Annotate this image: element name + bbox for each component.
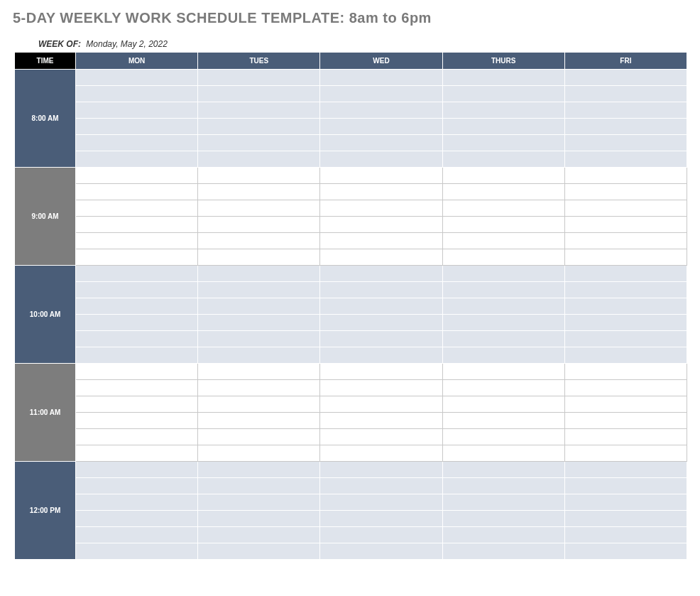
schedule-cell[interactable] [198, 233, 320, 249]
schedule-cell[interactable] [442, 462, 564, 478]
schedule-cell[interactable] [564, 168, 687, 184]
schedule-cell[interactable] [564, 331, 687, 347]
schedule-cell[interactable] [320, 445, 442, 462]
schedule-cell[interactable] [564, 102, 687, 119]
schedule-cell[interactable] [76, 151, 198, 168]
schedule-cell[interactable] [76, 233, 198, 249]
schedule-cell[interactable] [442, 217, 564, 233]
schedule-cell[interactable] [442, 511, 564, 527]
schedule-cell[interactable] [198, 396, 320, 413]
schedule-cell[interactable] [442, 445, 564, 462]
schedule-cell[interactable] [442, 527, 564, 543]
schedule-cell[interactable] [76, 102, 198, 119]
schedule-cell[interactable] [320, 543, 442, 560]
schedule-cell[interactable] [320, 331, 442, 347]
schedule-cell[interactable] [564, 119, 687, 135]
schedule-cell[interactable] [564, 413, 687, 429]
schedule-cell[interactable] [320, 266, 442, 282]
schedule-cell[interactable] [564, 478, 687, 494]
schedule-cell[interactable] [564, 135, 687, 151]
schedule-cell[interactable] [564, 217, 687, 233]
schedule-cell[interactable] [198, 168, 320, 184]
schedule-cell[interactable] [76, 543, 198, 560]
schedule-cell[interactable] [442, 168, 564, 184]
schedule-cell[interactable] [320, 168, 442, 184]
schedule-cell[interactable] [198, 364, 320, 380]
schedule-cell[interactable] [320, 70, 442, 86]
schedule-cell[interactable] [198, 200, 320, 217]
schedule-cell[interactable] [198, 347, 320, 364]
schedule-cell[interactable] [564, 184, 687, 200]
schedule-cell[interactable] [76, 429, 198, 445]
schedule-cell[interactable] [76, 347, 198, 364]
schedule-cell[interactable] [320, 494, 442, 511]
schedule-cell[interactable] [198, 478, 320, 494]
schedule-cell[interactable] [442, 249, 564, 266]
schedule-cell[interactable] [320, 217, 442, 233]
schedule-cell[interactable] [198, 298, 320, 315]
schedule-cell[interactable] [320, 380, 442, 396]
schedule-cell[interactable] [442, 364, 564, 380]
schedule-cell[interactable] [442, 413, 564, 429]
schedule-cell[interactable] [320, 315, 442, 331]
schedule-cell[interactable] [442, 135, 564, 151]
schedule-cell[interactable] [442, 184, 564, 200]
schedule-cell[interactable] [76, 298, 198, 315]
schedule-cell[interactable] [442, 200, 564, 217]
schedule-cell[interactable] [442, 478, 564, 494]
schedule-cell[interactable] [198, 86, 320, 102]
schedule-cell[interactable] [320, 282, 442, 298]
schedule-cell[interactable] [564, 249, 687, 266]
schedule-cell[interactable] [320, 478, 442, 494]
schedule-cell[interactable] [76, 494, 198, 511]
schedule-cell[interactable] [76, 249, 198, 266]
schedule-cell[interactable] [564, 396, 687, 413]
schedule-cell[interactable] [564, 86, 687, 102]
schedule-cell[interactable] [198, 511, 320, 527]
schedule-cell[interactable] [198, 266, 320, 282]
schedule-cell[interactable] [442, 282, 564, 298]
schedule-cell[interactable] [564, 429, 687, 445]
schedule-cell[interactable] [76, 282, 198, 298]
schedule-cell[interactable] [76, 200, 198, 217]
schedule-cell[interactable] [198, 462, 320, 478]
schedule-cell[interactable] [76, 86, 198, 102]
schedule-cell[interactable] [198, 249, 320, 266]
schedule-cell[interactable] [76, 315, 198, 331]
schedule-cell[interactable] [198, 527, 320, 543]
schedule-cell[interactable] [442, 380, 564, 396]
schedule-cell[interactable] [198, 445, 320, 462]
schedule-cell[interactable] [564, 200, 687, 217]
schedule-cell[interactable] [320, 119, 442, 135]
schedule-cell[interactable] [442, 151, 564, 168]
schedule-cell[interactable] [198, 217, 320, 233]
schedule-cell[interactable] [320, 413, 442, 429]
schedule-cell[interactable] [76, 331, 198, 347]
schedule-cell[interactable] [442, 543, 564, 560]
schedule-cell[interactable] [564, 511, 687, 527]
schedule-cell[interactable] [198, 70, 320, 86]
schedule-cell[interactable] [320, 102, 442, 119]
schedule-cell[interactable] [320, 396, 442, 413]
schedule-cell[interactable] [320, 135, 442, 151]
schedule-cell[interactable] [320, 364, 442, 380]
schedule-cell[interactable] [320, 298, 442, 315]
schedule-cell[interactable] [198, 331, 320, 347]
schedule-cell[interactable] [76, 396, 198, 413]
schedule-cell[interactable] [564, 315, 687, 331]
schedule-cell[interactable] [442, 119, 564, 135]
schedule-cell[interactable] [320, 151, 442, 168]
schedule-cell[interactable] [564, 151, 687, 168]
schedule-cell[interactable] [198, 119, 320, 135]
schedule-cell[interactable] [76, 364, 198, 380]
schedule-cell[interactable] [564, 462, 687, 478]
schedule-cell[interactable] [564, 233, 687, 249]
schedule-cell[interactable] [564, 494, 687, 511]
schedule-cell[interactable] [320, 86, 442, 102]
schedule-cell[interactable] [76, 135, 198, 151]
schedule-cell[interactable] [442, 70, 564, 86]
schedule-cell[interactable] [320, 233, 442, 249]
schedule-cell[interactable] [320, 527, 442, 543]
schedule-cell[interactable] [320, 462, 442, 478]
schedule-cell[interactable] [442, 86, 564, 102]
